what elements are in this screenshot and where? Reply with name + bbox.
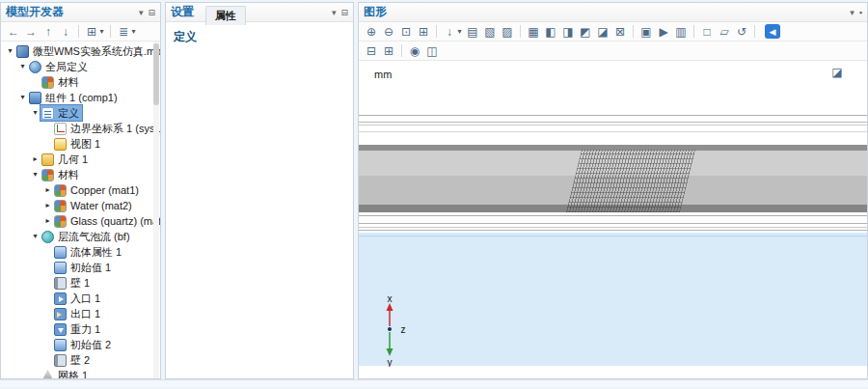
tree-item-icon	[54, 292, 67, 305]
panel-menu-icon[interactable]: ▾	[850, 8, 854, 17]
tree-item[interactable]: ▾ 微型WMS实验系统仿真.mph (root)	[1, 43, 160, 59]
model-builder-title: 模型开发器	[6, 4, 64, 20]
save-image-icon[interactable]: ◫	[424, 43, 440, 59]
model-tree-display-icon[interactable]: ⊞	[84, 24, 99, 40]
scrollbar-thumb[interactable]	[153, 43, 159, 105]
go-to-default-view-icon[interactable]: ↓	[442, 24, 457, 40]
wireframe-icon[interactable]: ◪	[595, 24, 610, 40]
scene-light-icon[interactable]: ◧	[543, 24, 558, 40]
tree-item[interactable]: 网格 1	[1, 368, 160, 378]
tree-item[interactable]: ▾ 全局定义	[1, 59, 160, 74]
tree-item-label: 初始值 1	[70, 260, 111, 275]
tree-item-icon	[41, 107, 54, 120]
tree-item[interactable]: 壁 2	[1, 352, 160, 368]
expander-icon[interactable]: ▸	[42, 198, 53, 213]
tree-item[interactable]: 边界坐标系 1 (sys1)	[1, 121, 160, 136]
display-dropdown-icon[interactable]: ▾	[98, 24, 105, 40]
tree-item[interactable]: ▸ 几何 1	[1, 152, 160, 167]
graphics-toolbar-row2: ⊟⊞◉◫	[359, 42, 867, 61]
zoom-in-icon[interactable]: ⊕	[364, 24, 379, 40]
tree-item-icon	[41, 76, 54, 89]
model-builder-panel: 模型开发器 ▾⊟ ←→↑↓⊞▾≣▾ ▾ 微型WMS实验系统仿真.mph (roo…	[0, 2, 161, 379]
tab-properties[interactable]: 属性	[205, 6, 246, 25]
move-up-icon[interactable]: ↑	[41, 24, 56, 40]
panel-minimize-icon[interactable]: ⊟	[340, 8, 348, 17]
panel-minimize-icon[interactable]: ⊟	[148, 8, 155, 17]
hide-geometry-icon[interactable]: ⊠	[612, 24, 628, 40]
view-yz-plane-icon[interactable]: ▧	[482, 24, 498, 40]
collapse-all-icon[interactable]: ≣	[116, 24, 131, 40]
view-xy-plane-icon[interactable]: ▤	[465, 24, 480, 40]
zoom-out-icon[interactable]: ⊖	[381, 24, 396, 40]
forward-icon[interactable]: →	[23, 24, 39, 40]
tree-item[interactable]: ▸ Water (mat2)	[1, 198, 160, 213]
tree-item[interactable]: ▸ Glass (quartz) (mat3)	[1, 213, 160, 229]
tree-item-content: 壁 2	[53, 352, 93, 368]
tree-item[interactable]: ▸ Copper (mat1)	[1, 182, 160, 198]
view-zx-plane-icon[interactable]: ▨	[500, 24, 515, 40]
tree-item[interactable]: ▾ 层流气泡流 (bf)	[1, 229, 160, 244]
tree-item[interactable]: 出口 1	[1, 306, 160, 321]
expander-icon[interactable]: ▸	[30, 152, 41, 167]
panel-menu-icon[interactable]: ▾	[139, 8, 144, 17]
reset-view-icon[interactable]: ↺	[734, 24, 749, 40]
tree-item-icon	[54, 277, 67, 290]
camera-icon[interactable]: ◉	[407, 43, 422, 59]
environment-icon[interactable]: ◨	[560, 24, 576, 40]
split-view-icon[interactable]: ⊟	[364, 43, 379, 59]
expander-icon[interactable]: ▾	[30, 229, 41, 244]
tree-item-icon	[41, 231, 54, 243]
tree-item-label: 流体属性 1	[70, 244, 122, 260]
move-down-icon[interactable]: ↓	[58, 24, 73, 40]
zoom-box-icon[interactable]: ⊞	[416, 24, 431, 40]
expander-icon[interactable]: ▸	[42, 182, 53, 198]
tree-item[interactable]: 材料	[1, 74, 160, 90]
tree-item[interactable]: 流体属性 1	[1, 244, 160, 260]
fluid-region	[359, 233, 867, 366]
tree-item-icon	[54, 323, 67, 336]
merge-view-icon[interactable]: ⊞	[381, 43, 396, 59]
view-menu-icon[interactable]: ◪	[829, 65, 845, 80]
expander-icon[interactable]: ▾	[17, 59, 28, 74]
expander-icon[interactable]: ▾	[30, 105, 41, 121]
tree-item[interactable]: 入口 1	[1, 291, 160, 306]
transparency-icon[interactable]: ◩	[578, 24, 593, 40]
tree-item-label: 出口 1	[70, 306, 100, 321]
print-icon[interactable]: ▥	[673, 24, 689, 40]
tree-item[interactable]: 初始值 2	[1, 337, 160, 352]
zoom-extents-icon[interactable]: ⊡	[398, 24, 414, 40]
clear-selection-icon[interactable]: ▱	[717, 24, 732, 40]
tree-item[interactable]: ▾ 组件 1 (comp1)	[1, 90, 160, 105]
tree-item[interactable]: 重力 1	[1, 321, 160, 337]
tree-item-icon	[54, 339, 67, 351]
show-grid-icon[interactable]: ▦	[526, 24, 541, 40]
expander-icon[interactable]: ▾	[17, 90, 28, 105]
image-snapshot-icon[interactable]: ▣	[638, 24, 654, 40]
tree-item[interactable]: ▾ 材料	[1, 167, 160, 182]
back-icon[interactable]: ←	[6, 24, 21, 40]
tree-item-content: Water (mat2)	[53, 198, 135, 213]
axis-x-arrow	[387, 303, 393, 311]
animation-icon[interactable]: ▶	[656, 24, 671, 40]
expander-icon[interactable]: ▾	[30, 167, 41, 182]
select-all-icon[interactable]: □	[699, 24, 715, 40]
collapse-dropdown-icon[interactable]: ▾	[130, 24, 137, 40]
tree-scrollbar[interactable]	[153, 42, 159, 378]
tree-item-label: 全局定义	[45, 59, 88, 74]
geometry-line	[359, 215, 867, 216]
panel-menu-icon[interactable]: ▾	[332, 8, 337, 17]
tree-item-icon	[54, 246, 67, 259]
tree-item[interactable]: 壁 1	[1, 275, 160, 291]
view-menu-dropdown-icon[interactable]: ▾	[456, 24, 463, 40]
graphics-canvas[interactable]: mm ◪ x	[359, 61, 867, 378]
tree-item[interactable]: 视图 1	[1, 136, 160, 152]
pin-icon[interactable]: ▪	[859, 8, 862, 17]
expander-icon[interactable]: ▾	[5, 43, 15, 59]
speaker-icon[interactable]: ◀	[765, 24, 780, 39]
tree-item-icon	[16, 45, 29, 58]
tree-item[interactable]: 初始值 1	[1, 260, 160, 275]
expander-icon[interactable]: ▸	[42, 213, 53, 229]
tree-item-content: 几何 1	[41, 152, 91, 167]
tree-item[interactable]: ▾ 定义	[1, 105, 160, 121]
tree-item-label: 网格 1	[58, 368, 88, 378]
